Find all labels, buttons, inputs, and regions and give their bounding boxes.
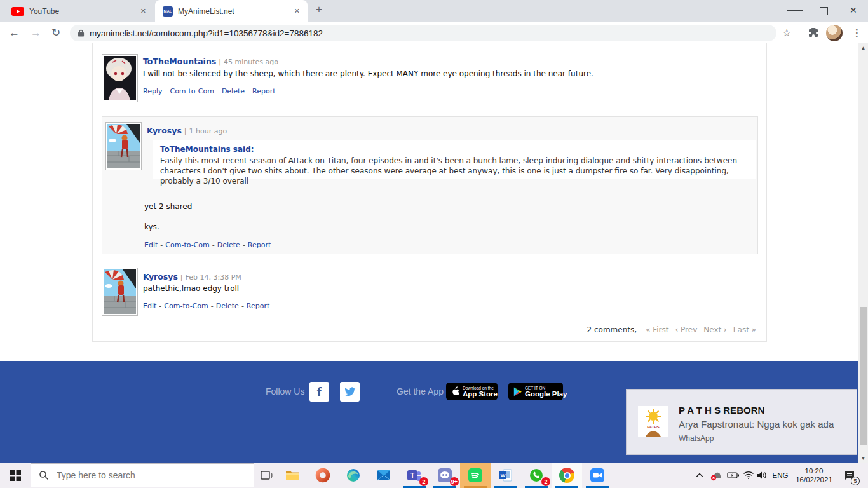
- twitter-icon: [343, 385, 356, 398]
- taskbar-zoom[interactable]: [582, 463, 613, 488]
- taskbar-teams[interactable]: T 2: [399, 463, 430, 488]
- scrollbar-thumb[interactable]: [860, 307, 867, 445]
- refresh-icon[interactable]: ↻: [51, 22, 60, 43]
- tray-onedrive[interactable]: [709, 463, 724, 488]
- word-icon: W: [498, 468, 513, 483]
- profile-avatar[interactable]: [826, 25, 843, 41]
- action-comtocom[interactable]: Com-to-Com: [164, 302, 208, 310]
- taskbar: T 2 9+ W 2: [0, 463, 868, 488]
- forward-icon[interactable]: →: [31, 22, 41, 43]
- apple-icon: [451, 386, 459, 396]
- taskbar-search[interactable]: [31, 463, 254, 487]
- comment-avatar[interactable]: [102, 268, 138, 316]
- get-the-app-label: Get the App: [397, 386, 444, 396]
- taskbar-discord[interactable]: 9+: [430, 463, 460, 488]
- taskbar-edge[interactable]: [338, 463, 369, 488]
- screen: YouTube ✕ MAL MyAnimeList.net ✕ + ✕ ← → …: [0, 0, 868, 488]
- action-report[interactable]: Report: [252, 87, 275, 95]
- tray-date: 16/02/2021: [796, 475, 832, 484]
- app-store-badge[interactable]: Download on the App Store: [446, 383, 498, 400]
- tab-close-icon[interactable]: ✕: [140, 7, 146, 15]
- tray-action-center[interactable]: 5: [839, 463, 860, 488]
- tab-close-icon[interactable]: ✕: [294, 7, 300, 15]
- author-time-separator: |: [184, 127, 187, 135]
- comment-body: kys.: [144, 222, 159, 231]
- scrollbar-down-arrow[interactable]: ▼: [858, 454, 868, 463]
- action-edit[interactable]: Edit: [144, 241, 158, 249]
- lock-icon: [78, 29, 85, 37]
- action-reply[interactable]: Reply: [143, 87, 162, 95]
- google-play-badge[interactable]: GET IT ON Google Play: [508, 383, 563, 400]
- avatar-image: [104, 56, 136, 100]
- svg-text:W: W: [501, 473, 506, 478]
- notification-message: Arya Fapstronaut: Ngga kok gak ada: [679, 419, 834, 430]
- action-delete[interactable]: Delete: [217, 241, 240, 249]
- back-icon[interactable]: ←: [9, 22, 20, 43]
- window-close-button[interactable]: ✕: [850, 5, 857, 15]
- search-input[interactable]: [55, 470, 223, 481]
- address-bar[interactable]: myanimelist.net/comtocom.php?id1=1035677…: [70, 25, 776, 41]
- quote-block: ToTheMountains said: Easily this most re…: [153, 140, 756, 179]
- action-report[interactable]: Report: [248, 241, 271, 249]
- whatsapp-notification[interactable]: PATHS P A T H S REBORN Arya Fapstronaut:…: [626, 389, 857, 455]
- tab-title: YouTube: [29, 7, 59, 16]
- tab-youtube[interactable]: YouTube ✕: [5, 0, 153, 22]
- taskbar-chrome[interactable]: [552, 463, 582, 488]
- twitter-button[interactable]: [340, 382, 360, 402]
- url-text[interactable]: myanimelist.net/comtocom.php?id1=1035677…: [90, 29, 323, 38]
- pagination-first[interactable]: « First: [646, 325, 668, 334]
- scrollbar-up-arrow[interactable]: ▲: [858, 43, 868, 52]
- taskbar-office[interactable]: [308, 463, 338, 488]
- taskbar-spotify[interactable]: [460, 463, 491, 488]
- action-comtocom[interactable]: Com-to-Com: [165, 241, 209, 249]
- facebook-button[interactable]: f: [309, 382, 329, 402]
- tray-show-hidden-icons[interactable]: [693, 463, 707, 488]
- action-report[interactable]: Report: [247, 302, 269, 310]
- pagination-next[interactable]: Next ›: [703, 325, 727, 334]
- taskbar-word[interactable]: W: [491, 463, 521, 488]
- action-comtocom[interactable]: Com-to-Com: [170, 87, 214, 95]
- tray-battery[interactable]: [726, 463, 741, 488]
- comment-avatar[interactable]: [102, 54, 138, 102]
- taskbar-whatsapp[interactable]: 2: [521, 463, 552, 488]
- page-scrollbar[interactable]: ▲ ▼: [858, 43, 868, 463]
- new-tab-button[interactable]: +: [316, 3, 322, 16]
- pagination-last[interactable]: Last »: [733, 325, 756, 334]
- comment-avatar[interactable]: [105, 122, 142, 170]
- search-icon: [39, 470, 49, 480]
- action-center-badge: 5: [851, 477, 860, 485]
- comment-author-link[interactable]: ToTheMountains: [143, 57, 216, 66]
- bookmark-star-icon[interactable]: ☆: [782, 22, 791, 43]
- file-explorer-icon: [285, 468, 300, 483]
- action-delete[interactable]: Delete: [216, 302, 239, 310]
- tray-volume[interactable]: [755, 463, 770, 488]
- browser-menu-icon[interactable]: ⋮: [852, 22, 862, 43]
- start-button[interactable]: [0, 463, 31, 488]
- office-icon: [315, 468, 330, 483]
- action-delete[interactable]: Delete: [222, 87, 245, 95]
- window-minimize-button[interactable]: [787, 10, 803, 11]
- comment-timestamp: Feb 14, 3:38 PM: [186, 273, 241, 281]
- tab-myanimelist[interactable]: MAL MyAnimeList.net ✕: [155, 0, 308, 22]
- taskbar-file-explorer[interactable]: [277, 463, 308, 488]
- taskbar-mail[interactable]: [369, 463, 399, 488]
- comment-actions: Edit-Com-to-Com-Delete-Report: [144, 241, 271, 249]
- google-play-icon: [513, 387, 522, 396]
- action-edit[interactable]: Edit: [143, 302, 156, 310]
- pagination-prev[interactable]: ‹ Prev: [675, 325, 697, 334]
- extensions-puzzle-icon[interactable]: [808, 27, 818, 40]
- comment-author-link[interactable]: Kyrosys: [147, 126, 182, 135]
- onedrive-error-icon: [710, 470, 723, 481]
- youtube-favicon-icon: [11, 7, 24, 16]
- tray-language[interactable]: ENG: [770, 463, 790, 488]
- window-maximize-button[interactable]: [820, 7, 828, 15]
- comment-author-link[interactable]: Kyrosys: [143, 272, 178, 281]
- google-play-text: GET IT ON Google Play: [525, 386, 567, 398]
- quote-header: ToTheMountains said:: [160, 145, 749, 154]
- tray-wifi[interactable]: [741, 463, 756, 488]
- teams-badge: 2: [419, 477, 428, 486]
- author-time-separator: |: [180, 273, 183, 281]
- tray-clock[interactable]: 10:20 16/02/2021: [792, 463, 836, 488]
- spotify-icon: [468, 468, 483, 483]
- edge-icon: [346, 468, 361, 483]
